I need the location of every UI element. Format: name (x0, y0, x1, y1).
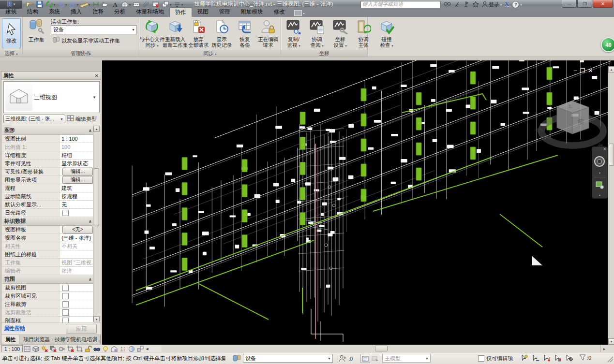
workset-selector[interactable]: 设备 ▼ (243, 354, 333, 363)
select-pinned-elements-icon[interactable] (541, 354, 552, 363)
filter-button[interactable]: :0 (579, 354, 591, 361)
ribbon-tab-结构[interactable]: 结构 (22, 7, 44, 17)
maximize-button[interactable]: ❐ (577, 0, 592, 8)
collapse-icon[interactable]: ∧ (89, 277, 92, 282)
property-value[interactable]: 显示原状态 (60, 160, 94, 167)
chevron-down-icon[interactable]: ▼ (59, 115, 65, 123)
select-links-icon[interactable] (519, 354, 530, 363)
search-icon[interactable] (444, 1, 451, 8)
ribbon-tab-注释[interactable]: 注释 (87, 7, 109, 17)
sign-in-icon[interactable]: 登录▾ (482, 1, 502, 8)
select-elements-by-face-icon[interactable] (552, 354, 563, 363)
exchange-apps-icon[interactable]: X (505, 0, 509, 8)
section-header-图形[interactable]: 图形∧ (2, 126, 94, 135)
property-button[interactable]: 编辑... (62, 168, 93, 175)
coord-coordinates-settings-button[interactable]: 坐标设置 ▾ (329, 18, 352, 50)
view-restore-icon[interactable]: ❐ (580, 67, 588, 74)
select-underlay-elements-icon[interactable] (530, 354, 541, 363)
communication-center-badge[interactable]: 40 (601, 37, 614, 52)
properties-title-bar[interactable]: 属性 ✕ (1, 72, 101, 80)
property-value[interactable]: 100 (60, 143, 94, 151)
zoom-tool-icon[interactable] (592, 179, 607, 193)
checkbox-icon[interactable] (62, 285, 69, 291)
property-value[interactable]: 1 : 100 (60, 135, 94, 143)
view-minimize-icon[interactable]: – (574, 67, 580, 74)
favorites-icon[interactable] (472, 1, 479, 8)
property-button[interactable]: 编辑... (62, 176, 93, 184)
sync-restore-backup-button[interactable]: 恢复备份 (233, 18, 256, 50)
property-value[interactable]: 编辑... (60, 168, 94, 175)
search-input[interactable]: 键入关键字或短语 (360, 1, 441, 8)
drag-elements-on-selection-icon[interactable] (563, 354, 574, 363)
chevron-down-icon[interactable]: ▼ (326, 354, 332, 362)
sun-path-icon[interactable] (40, 346, 49, 352)
tab-properties[interactable]: 属性 (1, 335, 19, 344)
reveal-constraints-icon[interactable] (119, 346, 127, 352)
properties-close-icon[interactable]: ✕ (95, 73, 99, 78)
ribbon-tab-修改[interactable]: 修改 (269, 7, 290, 17)
scroll-up-icon[interactable]: ▲ (608, 66, 614, 73)
ribbon-tab-附加模块[interactable]: 附加模块 (236, 7, 269, 17)
communication-center-icon[interactable] (463, 1, 469, 8)
property-value[interactable]: 精细 (60, 151, 94, 159)
worksets-button[interactable]: 工作集 (25, 18, 47, 48)
section-header-标识数据[interactable]: 标识数据∧ (2, 217, 94, 226)
ribbon-tab-管理[interactable]: 管理 (214, 7, 236, 17)
ribbon-tab-分析[interactable]: 分析 (109, 7, 131, 17)
section-header-范围[interactable]: 范围∧ (2, 275, 94, 284)
drawing-canvas[interactable]: 西 南 前 上 – ❐ ✕ ✕ ▾ (102, 60, 614, 345)
properties-scroll-thumb[interactable] (94, 168, 99, 226)
property-value[interactable] (60, 292, 94, 300)
coord-coordination-host-button[interactable]: 协调主体 (352, 18, 375, 50)
collapse-icon[interactable]: ∧ (89, 128, 92, 133)
show-crop-region-icon[interactable] (75, 346, 84, 352)
steering-wheel-icon[interactable] (592, 151, 607, 180)
modify-button[interactable]: 修改 (2, 18, 21, 48)
sync-editing-requests-button[interactable]: 正在编辑请求 (256, 18, 280, 50)
property-value[interactable] (60, 209, 94, 217)
sync-show-history-button[interactable]: 显示历史记录 (210, 18, 233, 50)
property-value[interactable]: 张洋 (60, 267, 94, 275)
ribbon-display-toggle[interactable]: ▾ (294, 10, 305, 16)
type-selector-dropdown-icon[interactable]: ▼ (92, 95, 99, 100)
crop-view-icon[interactable] (66, 346, 75, 352)
ribbon-tab-视图[interactable]: 视图 (192, 7, 214, 17)
vertical-scrollbar[interactable]: ▲ ▼ (608, 66, 614, 345)
close-button[interactable]: ✕ (593, 0, 613, 8)
property-value[interactable]: 不相关 (60, 242, 94, 250)
property-value[interactable]: 建筑 (60, 184, 94, 192)
scroll-down-icon[interactable]: ▼ (608, 338, 614, 345)
horizontal-scroll-thumb[interactable] (375, 346, 388, 351)
ribbon-tab-建筑[interactable]: 建筑 (0, 7, 22, 17)
reveal-hidden-elements-icon[interactable] (101, 346, 110, 352)
editable-only-checkbox[interactable]: 仅可编辑项 (478, 355, 513, 362)
checkbox-icon[interactable] (62, 293, 69, 299)
property-value[interactable] (60, 250, 94, 258)
property-value[interactable] (60, 300, 94, 308)
coord-coordination-review-button[interactable]: 协调查阅 ▾ (305, 18, 329, 50)
view-close-icon[interactable]: ✕ (588, 67, 596, 74)
apply-button[interactable]: 应用 (66, 324, 97, 334)
properties-scrollbar[interactable]: ▲ ▼ (93, 126, 100, 322)
property-value[interactable] (60, 284, 94, 291)
temporary-view-properties-icon[interactable] (110, 346, 119, 352)
ribbon-tab-系统[interactable]: 系统 (44, 7, 65, 17)
property-value[interactable]: 无 (60, 201, 94, 208)
tab-project-browser[interactable]: 项目浏览器 - 技师学院机电培训... (19, 335, 101, 344)
help-icon[interactable]: ?▾ (512, 1, 522, 8)
vcb-collapse-icon[interactable]: ◀ (146, 347, 148, 351)
collapse-icon[interactable]: ∧ (89, 219, 92, 224)
shadows-icon[interactable] (49, 346, 58, 352)
chevron-down-icon[interactable]: ▼ (424, 354, 430, 362)
checkbox-icon[interactable] (62, 210, 69, 216)
worksharing-display-icon[interactable] (127, 346, 136, 352)
property-value[interactable]: 编辑... (60, 176, 94, 184)
navbar-bottom-dropdown-icon[interactable]: ▾ (592, 193, 607, 197)
sync-relinquish-all-button[interactable]: 放弃全部请求 (187, 18, 210, 50)
select-panel-label[interactable]: 选择 ▾ (0, 50, 22, 57)
sync-sync-center-button[interactable]: 与中心文件同步 ▾ (140, 18, 164, 50)
coord-copy-monitor-button[interactable]: 复制/监视 ▾ (282, 18, 305, 50)
gray-inactive-worksets-toggle[interactable]: 以灰色显示非活动工作集 (51, 36, 120, 45)
add-to-set-icon[interactable] (371, 354, 380, 362)
properties-help-link[interactable]: 属性帮助 (4, 325, 25, 332)
